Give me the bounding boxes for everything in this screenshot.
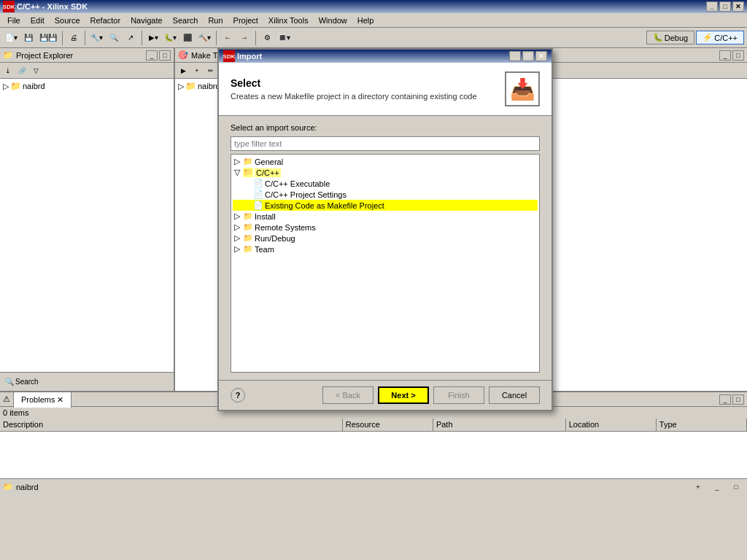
cpp-perspective-label: C/C++ [714,34,738,42]
tree-existing-code[interactable]: 📄 Existing Code as Makefile Project [233,200,538,211]
problems-icon: ⚠ [3,394,10,404]
status-maximize-view-btn[interactable]: □ [728,479,744,495]
edit-target-btn[interactable]: ✏ [204,64,217,77]
problems-close-icon[interactable]: ✕ [57,395,63,405]
dialog-minimize-btn[interactable]: _ [509,51,521,61]
search-files-button[interactable]: 🔍 [106,30,122,46]
toolbar-group-print: 🖨 [66,30,82,46]
maximize-panel-btn[interactable]: □ [159,50,171,61]
toolbar-group-run: ▶▾ 🐛▾ ⬛ 🔨▾ [145,30,213,46]
search-button[interactable]: 🔍 Search [3,374,41,390]
table-header: Description Resource Path Location Type [0,419,747,432]
collapse-all-btn[interactable]: ⤓ [1,64,15,77]
install-label: Install [255,212,276,221]
xilinx-button[interactable]: 🔳▾ [276,30,293,46]
status-minimize-view-btn[interactable]: _ [709,479,725,495]
menu-navigate[interactable]: Navigate [126,15,166,26]
debug-button[interactable]: 🐛▾ [162,30,179,46]
folder-remote: 📁 [243,222,253,232]
menu-refactor[interactable]: Refactor [86,15,125,26]
menu-bar: File Edit Source Refactor Navigate Searc… [0,13,747,28]
problems-minimize-btn[interactable]: _ [719,394,731,405]
cpp-perspective-btn[interactable]: ⚡ C/C++ [696,31,744,44]
save-button[interactable]: 💾 [20,30,36,46]
tree-remote[interactable]: ▷ 📁 Remote Systems [233,222,538,233]
dialog-close-btn[interactable]: ✕ [535,51,547,61]
import-source-tree: ▷ 📁 General ▽ 📁 C/C++ 📄 C/C++ Executable… [231,154,540,373]
new-button[interactable]: 📄▾ [3,30,20,46]
expand-team: ▷ [234,244,240,254]
menu-run[interactable]: Run [204,15,227,26]
tools-button[interactable]: 🔧▾ [88,30,105,46]
make-target-icon: 🎯 [178,50,188,60]
sep-3 [142,31,142,45]
debug-perspective-btn[interactable]: 🐛 Debug [646,31,694,44]
menu-window[interactable]: Window [314,15,352,26]
next-button[interactable]: Next > [378,386,429,404]
tree-cpp-settings[interactable]: 📄 C/C++ Project Settings [233,189,538,200]
expand-cpp: ▽ [234,168,240,177]
search-panel-footer: 🔍 Search [0,372,174,391]
maximize-button[interactable]: □ [719,1,731,12]
existing-code-label: Existing Code as Makefile Project [265,201,384,210]
mt-expand-icon: ▷ [178,82,184,91]
col-description: Description [0,419,343,431]
misc-button[interactable]: ⚙ [259,30,275,46]
problems-tab[interactable]: Problems ✕ [13,392,71,408]
cpp-settings-label: C/C++ Project Settings [265,190,347,199]
menu-source[interactable]: Source [50,15,85,26]
menu-project[interactable]: Project [229,15,263,26]
filter-btn[interactable]: ▽ [29,64,42,77]
menu-help[interactable]: Help [353,15,379,26]
search-label: Search [15,378,39,386]
minimize-right-btn[interactable]: _ [719,50,731,61]
stop-button[interactable]: ⬛ [179,30,196,46]
menu-search[interactable]: Search [169,15,203,26]
menu-edit[interactable]: Edit [26,15,49,26]
col-type: Type [657,419,747,431]
tree-rundebug[interactable]: ▷ 📁 Run/Debug [233,233,538,244]
link-editor-btn[interactable]: 🔗 [15,64,28,77]
build-button[interactable]: 🔨▾ [196,30,213,46]
add-target-btn[interactable]: + [190,64,204,77]
tree-team[interactable]: ▷ 📁 Team [233,244,538,254]
back-button[interactable]: < Back [322,386,374,404]
status-bar: 📁 naibrd + _ □ [0,478,747,494]
print-button[interactable]: 🖨 [66,30,82,46]
expand-remote: ▷ [234,222,240,232]
file-icon-existing: 📄 [253,201,263,210]
minimize-button[interactable]: _ [706,1,718,12]
filter-input[interactable] [231,136,540,151]
cancel-button[interactable]: Cancel [489,386,540,404]
toolbar-group-nav: ← → [220,30,252,46]
run-button[interactable]: ▶▾ [145,30,161,46]
folder-install: 📁 [243,211,253,221]
help-button[interactable]: ? [231,388,245,402]
menu-xilinx-tools[interactable]: Xilinx Tools [264,15,313,26]
problems-maximize-btn[interactable]: □ [732,394,744,405]
sep-4 [216,31,217,45]
tree-cpp[interactable]: ▽ 📁 C/C++ [233,167,538,178]
tree-general[interactable]: ▷ 📁 General [233,156,538,167]
minimize-panel-btn[interactable]: _ [146,50,158,61]
finish-button[interactable]: Finish [433,386,484,404]
tree-install[interactable]: ▷ 📁 Install [233,211,538,222]
col-path: Path [433,419,566,431]
ref-button[interactable]: ↗ [123,30,139,46]
status-add-btn[interactable]: + [690,479,706,495]
build-target-btn[interactable]: ▶ [177,64,190,77]
tree-cpp-exe[interactable]: 📄 C/C++ Executable [233,178,538,189]
close-button[interactable]: ✕ [732,1,744,12]
menu-file[interactable]: File [3,15,25,26]
remote-label: Remote Systems [255,223,316,232]
team-label: Team [255,245,274,254]
dialog-header-title: Select [231,77,477,89]
back-nav-button[interactable]: ← [220,30,236,46]
dialog-maximize-btn[interactable]: □ [522,51,534,61]
toolbar-1: 📄▾ 💾 💾💾 🖨 🔧▾ 🔍 ↗ ▶▾ 🐛▾ ⬛ 🔨▾ ← → ⚙ 🔳▾ 🐛 D… [0,28,747,48]
forward-nav-button[interactable]: → [236,30,252,46]
cpp-exe-label: C/C++ Executable [265,179,330,188]
maximize-right-btn[interactable]: □ [732,50,744,61]
save-all-button[interactable]: 💾💾 [37,30,59,46]
tree-item-naibrd[interactable]: ▷ 📁 naibrd [1,80,172,92]
